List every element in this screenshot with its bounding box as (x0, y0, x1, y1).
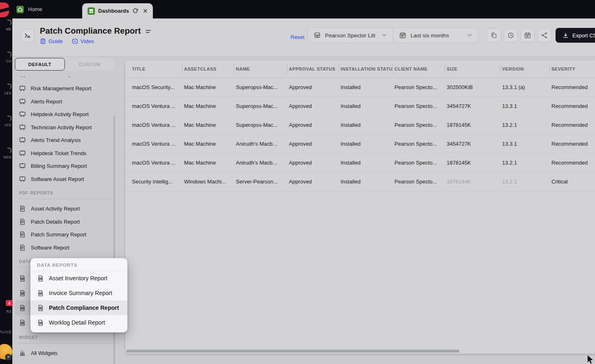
schedule-button[interactable] (521, 28, 535, 42)
brand-logo (0, 2, 9, 17)
tab-custom[interactable]: CUSTOM (65, 58, 114, 71)
share-icon (541, 32, 548, 39)
home-tab-label: Home (28, 6, 42, 12)
chevron-down-icon (381, 32, 387, 38)
tab-dashboards[interactable]: Dashboards (82, 3, 153, 18)
rail-item-home[interactable]: ME (6, 20, 12, 31)
report-header: Patch Compliance Report Guide Video (12, 18, 595, 56)
sidebar-item-alerts-report[interactable]: Alerts Report (15, 95, 114, 108)
menu-item-invoice-summary-report[interactable]: Invoice Summary Report (30, 286, 127, 300)
main-content: Patch Compliance Report Guide Video (12, 18, 595, 364)
rail-item-modules[interactable]: LES (5, 84, 12, 95)
data-report-icon (37, 319, 44, 326)
column-header-name[interactable]: NAME (236, 60, 289, 78)
menu-item-asset-inventory-report[interactable]: Asset Inventory Report (30, 271, 127, 286)
sidebar-item-helpdesk-activity-report[interactable]: Helpdesk Activity Report (15, 108, 114, 121)
guide-doc-icon (40, 38, 46, 44)
column-header-installation-status[interactable]: INSTALLATION STATU (341, 60, 394, 78)
reset-filters-link[interactable]: Reset (291, 34, 304, 40)
data-report-icon (37, 304, 44, 311)
close-tab-icon[interactable] (142, 7, 149, 14)
user-avatar[interactable]: ⌘ (0, 344, 12, 359)
sidebar-item-billing-summary-report[interactable]: Billing Summary Report (15, 160, 114, 173)
table-row[interactable]: macOS Ventura ...Mac MachineAnirudh's Ma… (125, 153, 595, 172)
duplicate-button[interactable] (487, 28, 501, 42)
tab-home[interactable]: Home (16, 0, 42, 18)
pdf-report-icon (19, 205, 26, 212)
rail-item-create[interactable]: ATE (5, 116, 12, 127)
date-range-value: Last six months (411, 32, 449, 39)
report-type-button[interactable] (21, 29, 35, 43)
clock-icon (507, 32, 514, 39)
filters: Pearson Spector Litt Last six months (307, 27, 479, 43)
sidebar-item-technician-activity-report[interactable]: Technician Activity Report (15, 121, 114, 134)
tab-default[interactable]: DEFAULT (15, 58, 65, 71)
menu-item-worklog-detail-report[interactable]: Worklog Detail Report (30, 315, 127, 330)
sidebar-item-patch-details-report[interactable]: Patch Details Report (15, 215, 114, 229)
menu-item-patch-compliance-report[interactable]: Patch Compliance Report (30, 300, 127, 315)
search-icon (7, 52, 12, 57)
app-window: ME CH LES ATE NGS 3 RS PLACE ⌘ Home Dash… (0, 0, 595, 364)
sidebar-item-all-widgets[interactable]: All Widgets (15, 347, 114, 360)
rail-item-marketplace[interactable]: PLACE (0, 328, 12, 334)
dashboard-board-icon (19, 98, 26, 105)
column-header-assetclass[interactable]: ASSETCLASS (184, 60, 236, 78)
settings-icon (7, 148, 12, 153)
data-report-icon (19, 275, 26, 282)
refresh-tab-icon[interactable] (132, 8, 138, 14)
dashboards-tab-label: Dashboards (98, 8, 129, 14)
sort-lines-icon[interactable] (146, 30, 151, 33)
column-header-client-name[interactable]: CLIENT NAME (394, 60, 447, 78)
data-report-icon (19, 290, 26, 297)
data-report-icon (37, 275, 44, 282)
table-horizontal-scrollbar[interactable] (126, 350, 459, 353)
rail-item-settings[interactable]: NGS (3, 148, 12, 159)
sidebar-item-software-report[interactable]: Software Report (15, 241, 114, 254)
client-filter-value: Pearson Spector Litt (325, 32, 375, 39)
dashboard-board-icon (19, 176, 26, 183)
guide-link[interactable]: Guide (40, 38, 63, 44)
mouse-cursor (588, 355, 594, 364)
header-actions (487, 28, 551, 42)
column-header-severity[interactable]: SEVERITY (551, 60, 595, 78)
table-row[interactable]: macOS Ventura ...Mac MachineSuperopss-Ma… (125, 116, 595, 135)
dashboard-board-icon (19, 163, 26, 169)
chevron-down-icon (467, 32, 473, 38)
dashboard-board-icon (19, 150, 26, 157)
column-header-size[interactable]: SIZE (447, 60, 502, 78)
rail-item-others[interactable]: RS (6, 308, 12, 314)
sidebar-item-alerts-trend-analysis[interactable]: Alerts Trend Analysis (15, 134, 114, 147)
calendar-icon (399, 32, 406, 39)
column-header-version[interactable]: VERSION (502, 60, 551, 78)
sidebar-item-asset-activity-report[interactable]: Asset Activity Report (15, 202, 114, 215)
page-title: Patch Compliance Report (40, 26, 141, 36)
video-link[interactable]: Video (72, 38, 94, 44)
copy-icon (490, 32, 498, 39)
data-report-icon (37, 290, 44, 297)
sidebar-tabs: DEFAULT CUSTOM (15, 58, 114, 71)
pdf-report-icon (19, 218, 26, 225)
home-icon (7, 20, 12, 25)
modules-icon (7, 84, 12, 89)
pdf-report-icon (19, 244, 26, 251)
table-row[interactable]: macOS Ventura ...Mac MachineSuperopss-Ma… (125, 97, 595, 116)
table-row[interactable]: macOS Security...Mac MachineSuperopss-Ma… (125, 78, 595, 97)
widget-section-label: WIDGET (19, 335, 114, 340)
storefront-icon (314, 32, 321, 39)
client-filter-dropdown[interactable]: Pearson Spector Litt (308, 28, 393, 43)
table-row[interactable]: macOS Ventura ...Mac MachineAnirudh's Ma… (125, 135, 595, 153)
share-button[interactable] (537, 28, 551, 42)
column-header-title[interactable]: TITLE (132, 60, 184, 78)
calendar-icon (524, 32, 531, 39)
table-row[interactable]: Security Intellig...Windows Machi...Serv… (125, 172, 595, 191)
sidebar-item-patch-summary-report[interactable]: Patch Summary Report (15, 228, 114, 241)
pdf-report-icon (19, 231, 26, 238)
history-button[interactable] (504, 28, 518, 42)
export-csv-button[interactable]: Export CSV (556, 28, 595, 43)
column-header-approval-status[interactable]: APPROVAL STATUS (289, 60, 341, 78)
sidebar-item-helpdesk-ticket-trends[interactable]: Helpdesk Ticket Trends (15, 147, 114, 160)
sidebar-item-risk-management-report[interactable]: Risk Management Report (15, 82, 114, 95)
sidebar-item-software-asset-report[interactable]: Software Asset Report (15, 173, 114, 186)
date-range-dropdown[interactable]: Last six months (393, 28, 478, 43)
rail-item-search[interactable]: CH (6, 52, 12, 63)
